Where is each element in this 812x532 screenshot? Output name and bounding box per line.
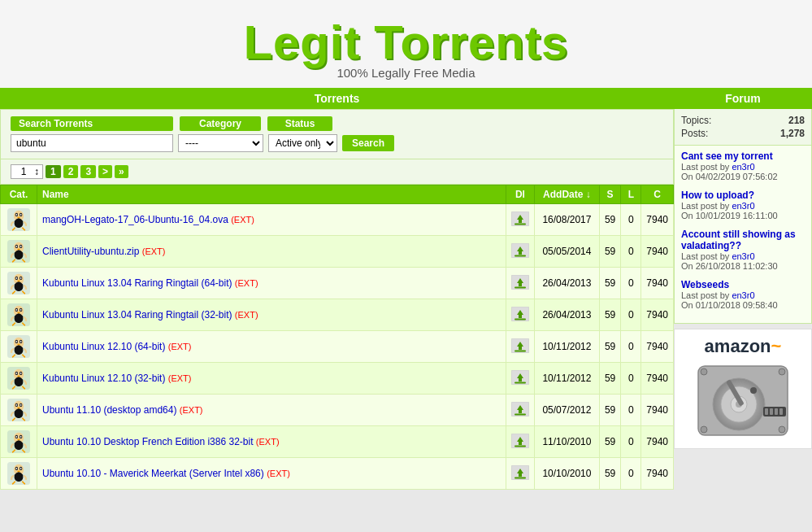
download-icon[interactable]: [511, 338, 529, 353]
cat-icon: [6, 334, 32, 360]
category-select[interactable]: ---- Linux Movies Music: [178, 134, 263, 152]
forum-topic-title[interactable]: How to upload?: [681, 190, 805, 201]
forum-topic: Webseeds Last post by en3r0 On 01/10/201…: [681, 279, 805, 310]
torrent-link[interactable]: Kubuntu Linux 12.10 (64-bit): [42, 341, 165, 352]
forum-topic-author[interactable]: en3r0: [732, 162, 754, 172]
col-cat[interactable]: Cat.: [1, 185, 37, 204]
dl-cell[interactable]: [506, 236, 534, 268]
cat-cell: [1, 395, 37, 426]
forum-topic: Cant see my torrent Last post by en3r0 O…: [681, 150, 805, 181]
torrent-link[interactable]: Ubuntu 10.10 - Maverick Meerkat (Server …: [42, 468, 264, 479]
forum-topic-meta: Last post by en3r0 On 26/10/2018 11:02:3…: [681, 251, 805, 271]
amazon-logo: amazon~: [681, 336, 805, 357]
name-cell: Kubuntu Linux 13.04 Raring Ringtail (64-…: [37, 268, 506, 299]
download-icon[interactable]: [511, 275, 529, 290]
date-cell: 16/08/2017: [534, 204, 599, 236]
ext-label: (EXT): [256, 437, 280, 447]
col-c[interactable]: C: [641, 185, 674, 204]
torrent-link[interactable]: mangOH-Legato-17_06-Ubuntu-16_04.ova: [42, 214, 228, 225]
seeds-cell: 59: [599, 395, 620, 426]
site-header: Legit Torrents 100% Legally Free Media: [0, 0, 812, 88]
svg-point-106: [701, 368, 707, 375]
dl-cell[interactable]: [506, 395, 534, 426]
torrent-link[interactable]: Kubuntu Linux 12.10 (32-bit): [42, 373, 165, 384]
forum-topic-author[interactable]: en3r0: [732, 251, 754, 261]
torrent-link[interactable]: Ubuntu 10.10 Desktop French Edition i386…: [42, 436, 254, 447]
page-input-box: ↕: [11, 164, 43, 179]
col-adddate[interactable]: AddDate ↓: [534, 185, 599, 204]
table-row: Kubuntu Linux 13.04 Raring Ringtail (64-…: [1, 268, 674, 299]
svg-point-29: [17, 281, 20, 282]
svg-rect-21: [515, 255, 526, 256]
date-cell: 11/10/2010: [534, 426, 599, 458]
svg-point-39: [20, 309, 22, 311]
site-subtitle: 100% Legally Free Media: [0, 66, 812, 80]
svg-point-73: [17, 408, 20, 409]
dl-cell[interactable]: [506, 204, 534, 236]
torrents-header: Torrents: [0, 88, 674, 109]
search-labels: Search Torrents Category Status: [11, 116, 663, 131]
forum-topic-title[interactable]: Account still showing as valadating??: [681, 229, 805, 251]
download-icon[interactable]: [511, 402, 529, 416]
name-cell: mangOH-Legato-17_06-Ubuntu-16_04.ova (EX…: [37, 204, 506, 236]
completed-cell: 7940: [641, 299, 674, 331]
download-icon[interactable]: [511, 465, 529, 480]
dl-cell[interactable]: [506, 299, 534, 331]
torrent-link[interactable]: ClientUtility-ubuntu.zip: [42, 246, 139, 257]
table-row: Ubuntu 11.10 (desktop amd64) (EXT) 05/07…: [1, 395, 674, 426]
ext-label: (EXT): [168, 342, 192, 351]
seeds-cell: 59: [599, 204, 620, 236]
svg-rect-76: [515, 413, 526, 415]
cat-cell: [1, 458, 37, 490]
col-s[interactable]: S: [599, 185, 620, 204]
forum-topic-title[interactable]: Cant see my torrent: [681, 150, 805, 162]
page-number-input[interactable]: [15, 166, 33, 177]
completed-cell: 7940: [641, 204, 674, 236]
page-2-link[interactable]: 2: [63, 165, 79, 178]
torrent-link[interactable]: Kubuntu Linux 13.04 Raring Ringtail (32-…: [42, 309, 232, 321]
svg-point-93: [16, 468, 18, 469]
torrent-link[interactable]: Ubuntu 11.10 (desktop amd64): [42, 404, 176, 416]
page-last-link[interactable]: »: [115, 165, 128, 178]
page-next-link[interactable]: >: [98, 165, 112, 178]
col-dl[interactable]: Dl: [506, 185, 534, 204]
col-name[interactable]: Name: [37, 185, 506, 204]
download-icon[interactable]: [511, 243, 529, 258]
seeds-cell: 59: [599, 299, 620, 331]
col-l[interactable]: L: [621, 185, 641, 204]
svg-point-83: [20, 436, 22, 438]
page-3-link[interactable]: 3: [80, 165, 96, 178]
amazon-ad[interactable]: amazon~: [674, 329, 812, 449]
dl-cell[interactable]: [506, 331, 534, 363]
date-cell: 26/04/2013: [534, 268, 599, 299]
search-button[interactable]: Search: [342, 135, 394, 151]
forum-topic-title[interactable]: Webseeds: [681, 279, 805, 290]
forum-topic-author[interactable]: en3r0: [732, 290, 754, 300]
cat-icon: [6, 302, 32, 328]
forum-topic-author[interactable]: en3r0: [732, 201, 754, 211]
download-icon[interactable]: [511, 211, 529, 226]
dl-cell[interactable]: [506, 426, 534, 458]
cat-cell: [1, 363, 37, 395]
status-select[interactable]: Active only All: [268, 134, 337, 152]
dl-cell[interactable]: [506, 268, 534, 299]
search-input[interactable]: [11, 134, 173, 152]
site-logo: Legit Torrents: [0, 15, 812, 69]
name-cell: Ubuntu 11.10 (desktop amd64) (EXT): [37, 395, 506, 426]
page-1-link[interactable]: 1: [46, 165, 61, 178]
download-icon[interactable]: [511, 434, 529, 448]
svg-point-72: [20, 404, 22, 406]
torrent-link[interactable]: Kubuntu Linux 13.04 Raring Ringtail (64-…: [42, 277, 232, 289]
torrents-table: Cat. Name Dl AddDate ↓ S L C: [0, 185, 674, 490]
download-icon[interactable]: [511, 370, 529, 385]
svg-point-51: [17, 344, 20, 346]
pagination: ↕ 1 2 3 > »: [0, 159, 674, 185]
cat-cell: [1, 236, 37, 268]
dl-cell[interactable]: [506, 458, 534, 490]
forum-topic: How to upload? Last post by en3r0 On 10/…: [681, 190, 805, 220]
dl-cell[interactable]: [506, 363, 534, 395]
table-row: Ubuntu 10.10 - Maverick Meerkat (Server …: [1, 458, 674, 490]
seeds-cell: 59: [599, 426, 620, 458]
table-row: Kubuntu Linux 12.10 (32-bit) (EXT) 10/11…: [1, 363, 674, 395]
download-icon[interactable]: [511, 307, 529, 321]
